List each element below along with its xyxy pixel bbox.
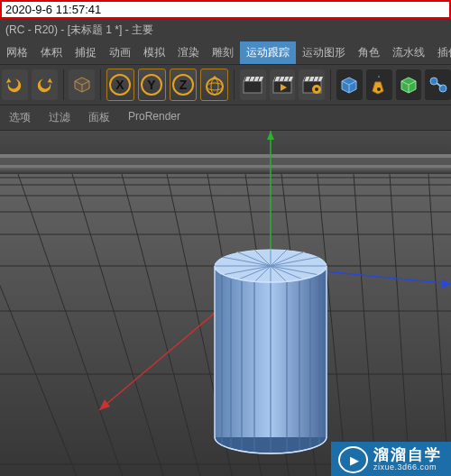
- clapboard-play-icon: [271, 73, 294, 96]
- axis-z-icon: Z: [171, 73, 195, 96]
- undo-button[interactable]: [2, 69, 28, 100]
- axis-z-button[interactable]: Z: [170, 69, 198, 101]
- menu-motion-tracker[interactable]: 运动跟踪: [240, 41, 296, 64]
- svg-rect-19: [0, 158, 451, 165]
- menu-volume[interactable]: 体积: [34, 41, 69, 64]
- menu-character[interactable]: 角色: [352, 41, 386, 64]
- viewport-tabs: 选项 过滤 面板 ProRender: [0, 105, 451, 131]
- primitive-cube-button[interactable]: [336, 69, 363, 100]
- axis-x-button[interactable]: X: [106, 69, 134, 101]
- watermark-brand: 溜溜自学: [373, 447, 442, 463]
- svg-text:X: X: [116, 78, 125, 92]
- menu-sculpt[interactable]: 雕刻: [206, 41, 240, 64]
- toolbar-separator: [100, 69, 101, 100]
- svg-rect-20: [0, 165, 451, 168]
- svg-rect-18: [0, 154, 451, 158]
- connect-icon: [427, 73, 450, 96]
- spline-pen-button[interactable]: [366, 69, 392, 100]
- window-title: (RC - R20) - [未标题 1 *] - 主要: [0, 19, 451, 41]
- menu-mograph[interactable]: 运动图形: [296, 41, 352, 64]
- play-icon: ▶: [338, 446, 368, 473]
- tab-prorender[interactable]: ProRender: [119, 105, 189, 130]
- svg-point-7: [207, 83, 223, 90]
- deformer-button[interactable]: [425, 69, 451, 100]
- svg-rect-21: [0, 168, 451, 174]
- svg-point-14: [377, 87, 381, 91]
- redo-button[interactable]: [32, 69, 58, 100]
- toolbar-separator: [63, 69, 64, 100]
- svg-point-6: [207, 78, 223, 95]
- menu-mesh[interactable]: 网格: [0, 41, 34, 64]
- redo-icon: [34, 75, 54, 95]
- svg-point-13: [315, 87, 318, 91]
- perspective-viewport[interactable]: ▶ 溜溜自学 zixue.3d66.com: [0, 131, 451, 476]
- toolbar-separator: [330, 69, 331, 100]
- svg-rect-9: [244, 81, 262, 93]
- menu-plugins[interactable]: 插件: [431, 41, 451, 64]
- timestamp-overlay: 2020-9-6 11:57:41: [0, 0, 451, 19]
- cube-primitive-icon: [337, 73, 361, 96]
- menu-animate[interactable]: 动画: [103, 41, 137, 64]
- menu-snap[interactable]: 捕捉: [69, 41, 103, 64]
- axis-x-icon: X: [108, 73, 132, 96]
- tab-panel[interactable]: 面板: [79, 105, 119, 130]
- render-view-button[interactable]: [240, 69, 266, 100]
- cube-icon: [71, 74, 93, 96]
- clapboard-icon: [241, 73, 264, 96]
- generator-button[interactable]: [396, 69, 422, 100]
- svg-point-8: [211, 78, 218, 95]
- toolbar-separator: [234, 69, 235, 100]
- undo-icon: [5, 75, 24, 95]
- render-settings-button[interactable]: [299, 69, 325, 100]
- watermark-url: zixue.3d66.com: [373, 463, 442, 471]
- svg-text:Z: Z: [179, 78, 188, 92]
- axis-y-icon: Y: [140, 73, 163, 96]
- render-pv-button[interactable]: [270, 69, 296, 100]
- subdivision-icon: [397, 73, 420, 96]
- cylinder-object[interactable]: [215, 250, 327, 453]
- menu-bar: 网格 体积 捕捉 动画 模拟 渲染 雕刻 运动跟踪 运动图形 角色 流水线 插件…: [0, 41, 451, 65]
- tab-filter[interactable]: 过滤: [40, 105, 79, 130]
- pen-icon: [367, 73, 391, 96]
- viewport-canvas: [0, 131, 451, 476]
- live-selection-button[interactable]: [69, 69, 95, 100]
- globe-icon: [203, 73, 226, 96]
- tab-options[interactable]: 选项: [0, 105, 40, 130]
- menu-simulate[interactable]: 模拟: [137, 41, 171, 64]
- coord-system-button[interactable]: [200, 69, 228, 101]
- menu-render[interactable]: 渲染: [171, 41, 206, 64]
- main-toolbar: X Y Z: [0, 65, 451, 105]
- menu-pipeline[interactable]: 流水线: [386, 41, 431, 64]
- axis-y-button[interactable]: Y: [138, 69, 166, 101]
- svg-text:Y: Y: [147, 78, 156, 92]
- clapboard-gear-icon: [300, 73, 324, 96]
- watermark: ▶ 溜溜自学 zixue.3d66.com: [331, 442, 451, 476]
